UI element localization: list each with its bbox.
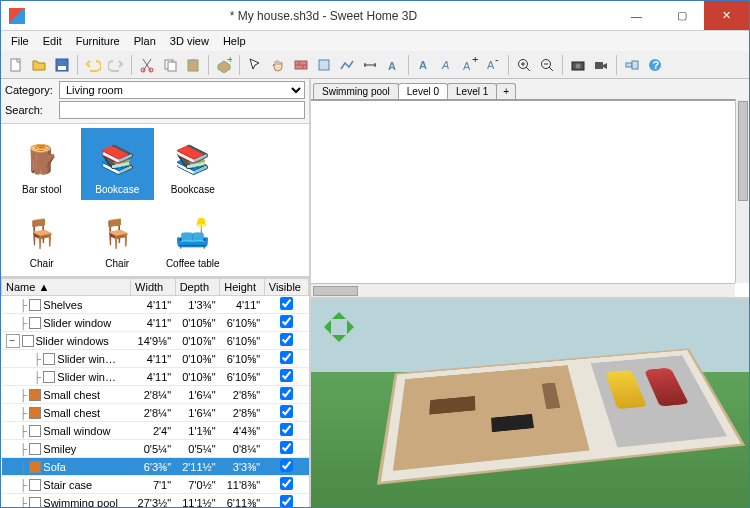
scrollbar-horizontal[interactable]: [311, 283, 735, 297]
table-row[interactable]: ├Small chest2'8¼"1'6¼"2'8⅝": [2, 386, 309, 404]
bold-button[interactable]: A: [413, 54, 435, 76]
furniture-table[interactable]: Name ▲ Width Depth Height Visible ├Shelv…: [1, 278, 309, 507]
italic-button[interactable]: A: [436, 54, 458, 76]
visible-checkbox[interactable]: [280, 297, 293, 310]
visible-checkbox[interactable]: [280, 405, 293, 418]
menu-file[interactable]: File: [5, 33, 35, 49]
catalog-item[interactable]: [232, 128, 306, 200]
window-title: * My house.sh3d - Sweet Home 3D: [33, 9, 614, 23]
table-row[interactable]: ├Smiley0'5¼"0'5¼"0'8¼": [2, 440, 309, 458]
catalog-item[interactable]: 🪵Bar stool: [5, 128, 79, 200]
col-depth[interactable]: Depth: [175, 279, 220, 296]
table-row[interactable]: ├Small chest2'8¼"1'6¼"2'8⅝": [2, 404, 309, 422]
table-row[interactable]: ├Small window2'4"1'1⅜"4'4⅜": [2, 422, 309, 440]
copy-button[interactable]: [159, 54, 181, 76]
visible-checkbox[interactable]: [280, 387, 293, 400]
dimension-tool[interactable]: [359, 54, 381, 76]
visible-checkbox[interactable]: [280, 351, 293, 364]
plan-tab[interactable]: Level 1: [447, 83, 497, 99]
catalog-item[interactable]: 📚Bookcase: [81, 128, 155, 200]
save-button[interactable]: [51, 54, 73, 76]
plan-tab[interactable]: Level 0: [398, 83, 448, 99]
table-row[interactable]: ├Slider win…4'11"0'10⅜"6'10⅝": [2, 350, 309, 368]
catalog-thumbnail: [249, 148, 287, 193]
select-tool[interactable]: [244, 54, 266, 76]
svg-point-22: [576, 63, 581, 68]
text-tool[interactable]: A: [382, 54, 404, 76]
menu-edit[interactable]: Edit: [37, 33, 68, 49]
col-name[interactable]: Name ▲: [2, 279, 131, 296]
3d-view[interactable]: [311, 299, 749, 507]
table-row[interactable]: ├Slider window4'11"0'10⅝"6'10⅝": [2, 314, 309, 332]
cut-button[interactable]: [136, 54, 158, 76]
plan-canvas[interactable]: 0'12'24'36'48' 0'12' 16'5" 13'7" 20'6" 2…: [311, 99, 735, 101]
room-tool[interactable]: [313, 54, 335, 76]
svg-text:A: A: [419, 59, 427, 71]
search-label: Search:: [5, 104, 55, 116]
visible-checkbox[interactable]: [280, 441, 293, 454]
minimize-button[interactable]: —: [614, 1, 659, 30]
undo-button[interactable]: [82, 54, 104, 76]
visible-checkbox[interactable]: [280, 459, 293, 472]
furniture-catalog[interactable]: 🪵Bar stool📚Bookcase📚Bookcase🪑Chair🪑Chair…: [1, 123, 309, 278]
visible-checkbox[interactable]: [280, 315, 293, 328]
table-row[interactable]: −Slider windows14'9⅛"0'10⅞"6'10⅝": [2, 332, 309, 350]
table-row[interactable]: ├Shelves4'11"1'3¾"4'11": [2, 296, 309, 314]
plan-tab[interactable]: Swimming pool: [313, 83, 399, 99]
polyline-tool[interactable]: [336, 54, 358, 76]
scrollbar-vertical[interactable]: [735, 99, 749, 283]
help-button[interactable]: ?: [644, 54, 666, 76]
visible-checkbox[interactable]: [280, 477, 293, 490]
menu-3dview[interactable]: 3D view: [164, 33, 215, 49]
close-button[interactable]: ✕: [704, 1, 749, 30]
search-input[interactable]: [59, 101, 305, 119]
catalog-item-label: Coffee table: [166, 258, 220, 269]
title-bar: * My house.sh3d - Sweet Home 3D — ▢ ✕: [1, 1, 749, 31]
svg-text:?: ?: [653, 59, 660, 71]
catalog-item-label: Bookcase: [95, 184, 139, 195]
table-row[interactable]: ├Slider win…4'11"0'10⅜"6'10⅝": [2, 368, 309, 386]
preferences-button[interactable]: [621, 54, 643, 76]
visible-checkbox[interactable]: [280, 369, 293, 382]
visible-checkbox[interactable]: [280, 495, 293, 507]
ruler-horizontal: 0'12'24'36'48': [330, 100, 734, 101]
increase-text-button[interactable]: A+: [459, 54, 481, 76]
zoom-out-button[interactable]: [536, 54, 558, 76]
catalog-item[interactable]: 📚Bookcase: [156, 128, 230, 200]
catalog-item[interactable]: 🪑Chair: [5, 202, 79, 274]
col-visible[interactable]: Visible: [264, 279, 308, 296]
table-row[interactable]: ├Stair case7'1"7'0½"11'8⅜": [2, 476, 309, 494]
wall-tool[interactable]: [290, 54, 312, 76]
visible-checkbox[interactable]: [280, 333, 293, 346]
table-row[interactable]: ├Swimming pool27'3½"11'1½"6'11⅜": [2, 494, 309, 508]
3d-nav-control[interactable]: [317, 305, 361, 349]
table-row[interactable]: ├Sofa6'3⅜"2'11½"3'3⅜": [2, 458, 309, 476]
catalog-filters: Category: Living room Search:: [1, 79, 309, 123]
col-width[interactable]: Width: [131, 279, 176, 296]
video-button[interactable]: [590, 54, 612, 76]
menu-plan[interactable]: Plan: [128, 33, 162, 49]
add-furniture-button[interactable]: +: [213, 54, 235, 76]
catalog-item[interactable]: [232, 202, 306, 274]
photo-button[interactable]: [567, 54, 589, 76]
redo-button[interactable]: [105, 54, 127, 76]
decrease-text-button[interactable]: A-: [482, 54, 504, 76]
plan-view[interactable]: Swimming poolLevel 0Level 1+ 0'12'24'36'…: [311, 79, 749, 299]
new-button[interactable]: [5, 54, 27, 76]
category-select[interactable]: Living room: [59, 81, 305, 99]
zoom-in-button[interactable]: [513, 54, 535, 76]
catalog-item[interactable]: 🛋️Coffee table: [156, 202, 230, 274]
pan-tool[interactable]: [267, 54, 289, 76]
visible-checkbox[interactable]: [280, 423, 293, 436]
paste-button[interactable]: [182, 54, 204, 76]
catalog-item[interactable]: 🪑Chair: [81, 202, 155, 274]
maximize-button[interactable]: ▢: [659, 1, 704, 30]
open-button[interactable]: [28, 54, 50, 76]
menu-help[interactable]: Help: [217, 33, 252, 49]
tree-toggle[interactable]: −: [6, 334, 20, 348]
menu-bar: File Edit Furniture Plan 3D view Help: [1, 31, 749, 51]
add-level-button[interactable]: +: [496, 83, 516, 99]
menu-furniture[interactable]: Furniture: [70, 33, 126, 49]
svg-rect-24: [626, 63, 632, 67]
col-height[interactable]: Height: [220, 279, 265, 296]
